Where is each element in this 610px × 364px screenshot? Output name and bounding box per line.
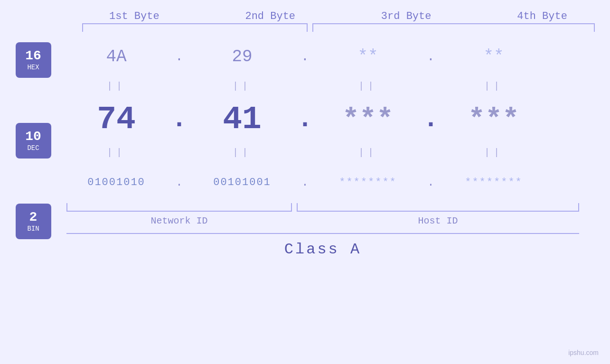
- dec-dot2: .: [292, 104, 318, 134]
- byte-headers: 1st Byte 2nd Byte 3rd Byte 4th Byte: [82, 10, 595, 22]
- main-container: 1st Byte 2nd Byte 3rd Byte 4th Byte 16 H…: [0, 0, 610, 364]
- top-bracket-row: [82, 23, 595, 32]
- dec-badge: 10 DEC: [16, 123, 51, 159]
- watermark: ipshu.com: [568, 349, 599, 356]
- dec-byte1: 74: [66, 101, 166, 138]
- hex-row: 4A . 29 . ** . **: [66, 37, 579, 75]
- bin-row: 01001010 . 00101001 . ******** . *******…: [66, 163, 579, 201]
- hex-dot1: .: [166, 49, 192, 64]
- bin-byte4: ********: [444, 177, 544, 188]
- equals-row-1: || || || ||: [66, 75, 579, 97]
- bin-dot2: .: [292, 176, 318, 189]
- eq2-b3: ||: [318, 147, 418, 158]
- dec-dot3: .: [418, 104, 444, 134]
- hex-byte3: **: [318, 47, 418, 66]
- hex-badge: 16 HEX: [16, 42, 51, 78]
- hex-dot3: .: [418, 49, 444, 64]
- class-bracket-line: [66, 233, 579, 234]
- host-id-label: Host ID: [297, 215, 579, 226]
- bottom-bracket-host: [297, 203, 579, 212]
- bin-dot1: .: [166, 176, 192, 189]
- hex-byte4: **: [444, 47, 544, 66]
- eq1-b4: ||: [444, 81, 544, 92]
- hex-dot2: .: [292, 49, 318, 64]
- eq2-b2: ||: [192, 147, 292, 158]
- dec-byte2: 41: [192, 101, 292, 138]
- byte3-header: 3rd Byte: [357, 10, 456, 22]
- byte2-header: 2nd Byte: [220, 10, 320, 22]
- dec-row: 74 . 41 . *** . ***: [66, 97, 579, 142]
- eq2-b1: ||: [66, 147, 166, 158]
- byte1-header: 1st Byte: [84, 10, 184, 22]
- bottom-bracket-row: [66, 203, 579, 212]
- class-label: Class A: [284, 241, 361, 258]
- top-bracket-network: [82, 23, 308, 32]
- id-labels-row: Network ID Host ID: [66, 215, 579, 226]
- hex-byte2: 29: [192, 47, 292, 66]
- bin-badge: 2 BIN: [16, 204, 51, 239]
- hex-byte1: 4A: [66, 47, 166, 66]
- eq1-b1: ||: [66, 81, 166, 92]
- eq1-b3: ||: [318, 81, 418, 92]
- byte4-header: 4th Byte: [492, 10, 592, 22]
- equals-row-2: || || || ||: [66, 142, 579, 163]
- top-bracket-host: [312, 23, 595, 32]
- bin-dot3: .: [418, 176, 444, 189]
- eq1-b2: ||: [192, 81, 292, 92]
- dec-byte3: ***: [318, 103, 418, 136]
- bottom-bracket-network: [66, 203, 292, 212]
- network-id-label: Network ID: [66, 215, 292, 226]
- bin-byte2: 00101001: [192, 177, 292, 188]
- data-rows: 4A . 29 . ** . ** || || || || 74: [66, 37, 579, 258]
- bin-byte1: 01001010: [66, 177, 166, 188]
- dec-byte4: ***: [444, 103, 544, 136]
- dec-dot1: .: [166, 104, 192, 134]
- main-content: 16 HEX 10 DEC 2 BIN 4A . 29 . ** . **: [0, 37, 610, 258]
- bin-byte3: ********: [318, 177, 418, 188]
- class-section: Class A: [66, 233, 579, 258]
- badges-column: 16 HEX 10 DEC 2 BIN: [0, 37, 66, 258]
- eq2-b4: ||: [444, 147, 544, 158]
